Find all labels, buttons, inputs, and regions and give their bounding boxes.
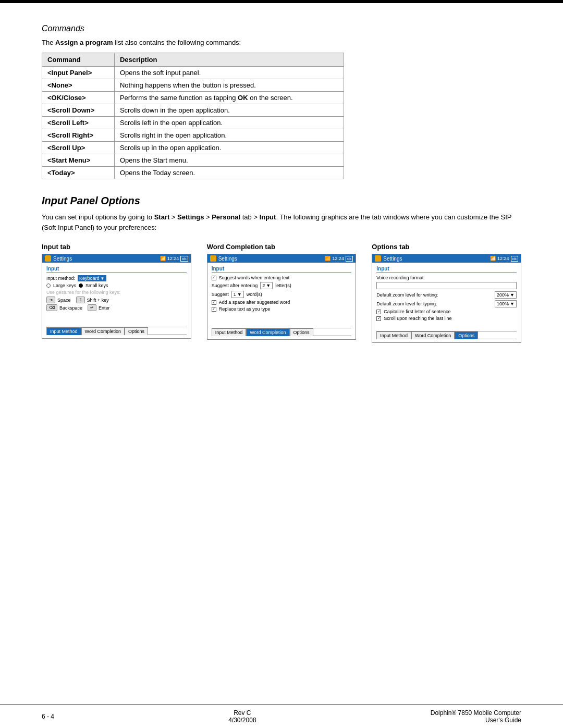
tab-input-method[interactable]: Input Method xyxy=(46,327,81,335)
opt-spacer xyxy=(376,323,517,327)
wc-spacer xyxy=(212,313,352,324)
opt-voice-row: Voice recording format: xyxy=(376,275,517,280)
tab-spacer xyxy=(148,327,187,335)
col-header-command: Command xyxy=(42,53,115,67)
method-label: Input method: xyxy=(46,276,75,281)
wc-tab-input[interactable]: Input Method xyxy=(212,328,247,336)
opt-tab-spacer xyxy=(478,331,517,339)
tab-options[interactable]: Options xyxy=(125,327,148,335)
wc-title-icons: 📶 12:24 ok xyxy=(325,256,353,262)
opt-zoom-writing-select[interactable]: 200% ▼ xyxy=(495,291,517,299)
word-completion-label: Word Completion tab xyxy=(207,243,357,251)
select-arrow: ▼ xyxy=(101,276,105,281)
opt-zoom-typing-row: Default zoom level for typing: 100% ▼ xyxy=(376,300,517,307)
command-cell: <OK/Close> xyxy=(42,92,115,104)
opt-titlebar: Settings 📶 12:24 ok xyxy=(372,254,521,263)
wc-checkbox1[interactable] xyxy=(212,276,216,280)
opt-tab-options[interactable]: Options xyxy=(455,331,478,339)
commands-intro: The Assign a program list also contains … xyxy=(42,39,521,46)
opt-tab-wc[interactable]: Word Completion xyxy=(411,331,455,339)
opt-checkbox2[interactable] xyxy=(376,316,381,321)
opt-zoom-typing-arrow: ▼ xyxy=(510,301,515,306)
options-tab-col: Options tab Settings 📶 12:24 ok Input xyxy=(372,243,521,343)
wc-tab-options[interactable]: Options xyxy=(290,328,313,336)
wc-num-select[interactable]: 2 ▼ xyxy=(260,282,273,289)
options-tab-label: Options tab xyxy=(372,243,521,251)
input-tab-label: Input tab xyxy=(42,243,191,251)
command-cell: <Scroll Down> xyxy=(42,104,115,117)
description-cell: Scrolls left in the open application. xyxy=(114,117,344,129)
opt-voice-label: Voice recording format: xyxy=(376,275,425,280)
small-keys-label: Small keys xyxy=(85,283,108,288)
start-icon xyxy=(45,255,51,262)
opt-scroll-row: Scroll upon reaching the last line xyxy=(376,316,517,321)
intro-prefix: The xyxy=(42,39,55,46)
input-titlebar: Settings 📶 12:24 ok xyxy=(42,254,191,263)
footer-right: Dolphin® 7850 Mobile Computer User's Gui… xyxy=(431,709,521,724)
wc-checkbox3[interactable] xyxy=(212,307,216,312)
input-tabs: Input Method Word Completion Options xyxy=(46,327,187,335)
wc-tab-wc[interactable]: Word Completion xyxy=(246,328,289,336)
commands-table: Command Description <Input Panel>Opens t… xyxy=(42,53,344,179)
titlebar-text: Settings xyxy=(53,256,72,262)
opt-section-label: Input xyxy=(376,266,517,273)
opt-zoom-writing-arrow: ▼ xyxy=(510,292,515,298)
shift-key: ⇧ xyxy=(76,297,85,303)
wc-num-value: 2 xyxy=(262,283,265,288)
opt-title-icons: 📶 12:24 ok xyxy=(490,256,518,262)
wc-tab-spacer xyxy=(313,328,352,336)
wc-words-row: Suggest 1 ▼ word(s) xyxy=(212,291,352,298)
backspace-label: Backspace xyxy=(59,305,82,311)
title-left: Settings xyxy=(45,255,72,262)
wc-words-select[interactable]: 1 ▼ xyxy=(231,291,244,298)
command-cell: <Scroll Left> xyxy=(42,117,115,129)
opt-voice-dropdown[interactable] xyxy=(376,282,517,289)
wc-titlebar: Settings 📶 12:24 ok xyxy=(207,254,356,263)
method-select[interactable]: Keyboard ▼ xyxy=(78,275,106,281)
table-row: <Scroll Right>Scrolls right in the open … xyxy=(42,129,344,142)
section-intro: You can set input options by going to St… xyxy=(42,212,521,232)
command-cell: <Scroll Right> xyxy=(42,129,115,142)
command-cell: <Input Panel> xyxy=(42,67,115,79)
opt-zoom-writing-value: 200% xyxy=(497,292,509,298)
wc-ok-icon: ok xyxy=(346,256,353,262)
description-cell: Scrolls down in the open application. xyxy=(114,104,344,117)
opt-tab-input[interactable]: Input Method xyxy=(376,331,411,339)
wc-space-label: Add a space after suggested word xyxy=(219,300,290,305)
table-row: <Scroll Up>Scrolls up in the open applic… xyxy=(42,142,344,154)
wc-replace-label: Replace text as you type xyxy=(219,306,271,312)
small-keys-radio[interactable] xyxy=(79,283,83,288)
spacer xyxy=(46,312,187,323)
key-row-2: ⌫ Backspace ↵ Enter xyxy=(46,304,187,311)
tab-word-completion[interactable]: Word Completion xyxy=(81,327,125,335)
opt-ok-icon: ok xyxy=(511,256,518,262)
large-keys-radio[interactable] xyxy=(46,283,51,288)
wc-replace-row: Replace text as you type xyxy=(212,306,352,312)
opt-zoom-typing-select[interactable]: 100% ▼ xyxy=(495,300,517,307)
command-cell: <None> xyxy=(42,79,115,92)
table-row: <OK/Close>Performs the same function as … xyxy=(42,92,344,104)
opt-tabs: Input Method Word Completion Options xyxy=(376,331,517,339)
input-section-label: Input xyxy=(46,266,187,273)
tab-key: ⇥ xyxy=(46,297,55,303)
table-row: <Input Panel>Opens the soft input panel. xyxy=(42,67,344,79)
opt-checkbox1[interactable] xyxy=(376,310,381,314)
wc-after-row: Suggest after entering 2 ▼ letter(s) xyxy=(212,282,352,289)
description-cell: Opens the Start menu. xyxy=(114,154,344,167)
description-cell: Nothing happens when the button is press… xyxy=(114,79,344,92)
wc-words-label: word(s) xyxy=(247,292,262,297)
wc-title-left: Settings xyxy=(210,255,237,262)
table-row: <Start Menu>Opens the Start menu. xyxy=(42,154,344,167)
wc-num-arrow: ▼ xyxy=(266,283,271,288)
wc-words-suggest-label: Suggest xyxy=(212,292,229,297)
table-row: <Today>Opens the Today screen. xyxy=(42,167,344,179)
wc-words-arrow: ▼ xyxy=(237,292,242,297)
wc-body: Input Suggest words when entering text S… xyxy=(207,263,356,339)
wc-after-label: Suggest after entering xyxy=(212,283,258,288)
enter-key: ↵ xyxy=(88,304,96,311)
table-row: <Scroll Down>Scrolls down in the open ap… xyxy=(42,104,344,117)
title-icons: 📶 12:24 ok xyxy=(160,256,188,262)
opt-capitalize-label: Capitalize first letter of sentence xyxy=(384,309,450,314)
wc-words-value: 1 xyxy=(234,292,236,297)
wc-checkbox2[interactable] xyxy=(212,300,216,305)
